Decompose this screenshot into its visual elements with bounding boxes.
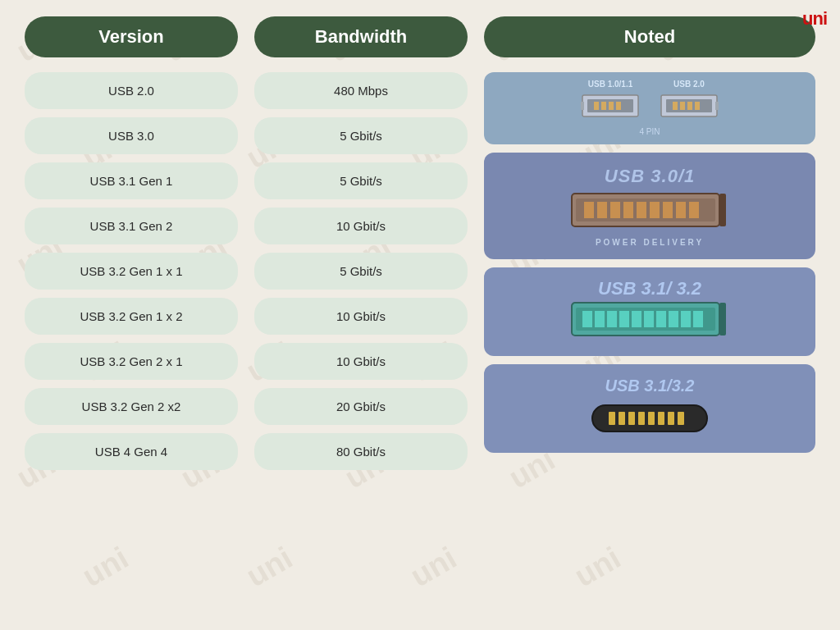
- bandwidth-row-8: 20 Gbit/s: [254, 388, 468, 425]
- svg-rect-3: [594, 102, 599, 110]
- svg-rect-40: [609, 412, 615, 425]
- usb-1-label: USB 1.0/1.1: [588, 80, 632, 89]
- svg-rect-36: [681, 311, 691, 327]
- svg-rect-31: [619, 311, 629, 327]
- svg-rect-37: [693, 311, 703, 327]
- bandwidth-row-1: 480 Mbps: [254, 72, 468, 109]
- noted-image-2: USB 3.0/1: [484, 153, 815, 259]
- svg-rect-13: [695, 102, 700, 110]
- header-bandwidth: Bandwidth: [254, 16, 468, 57]
- svg-rect-22: [663, 202, 673, 218]
- noted-image-3: USB 3.1/ 3.2: [484, 267, 815, 356]
- uni-logo: uni: [802, 8, 827, 30]
- usb-2-label: USB 2.0: [673, 80, 705, 89]
- usb-30-title: USB 3.0/1: [605, 166, 696, 187]
- svg-rect-6: [616, 102, 621, 110]
- usb-31-connector: [568, 299, 732, 345]
- version-row-3: USB 3.1 Gen 1: [25, 162, 238, 199]
- svg-rect-23: [676, 202, 686, 218]
- version-row-5: USB 3.2 Gen 1 x 1: [25, 253, 238, 290]
- version-row-1: USB 2.0: [25, 72, 238, 109]
- svg-rect-33: [644, 311, 654, 327]
- usb-connector-2: [660, 89, 719, 123]
- usb-31-32-title: USB 3.1/ 3.2: [598, 278, 701, 299]
- data-rows: USB 2.0 USB 3.0 USB 3.1 Gen 1 USB 3.1 Ge…: [25, 72, 815, 470]
- usb-typec-title: USB 3.1/3.2: [605, 377, 695, 395]
- pin-label: 4 PIN: [639, 127, 660, 136]
- svg-rect-30: [607, 311, 617, 327]
- version-row-8: USB 3.2 Gen 2 x2: [25, 388, 238, 425]
- power-delivery-label: POWER DELIVERY: [596, 238, 704, 247]
- svg-rect-10: [673, 102, 678, 110]
- version-row-4: USB 3.1 Gen 2: [25, 208, 238, 244]
- svg-rect-17: [597, 202, 607, 218]
- usb-30-connector: [568, 187, 732, 236]
- usb-typec-connector: [568, 395, 732, 441]
- svg-rect-21: [650, 202, 660, 218]
- version-column: USB 2.0 USB 3.0 USB 3.1 Gen 1 USB 3.1 Ge…: [25, 72, 238, 470]
- bandwidth-row-7: 10 Gbit/s: [254, 343, 468, 380]
- svg-rect-44: [648, 412, 655, 425]
- svg-rect-34: [656, 311, 666, 327]
- svg-rect-2: [581, 102, 584, 110]
- bandwidth-column: 480 Mbps 5 Gbit/s 5 Gbit/s 10 Gbit/s 5 G…: [254, 72, 468, 470]
- svg-rect-19: [623, 202, 633, 218]
- noted-image-1: USB 1.0/1.1: [484, 72, 815, 144]
- noted-image-4: USB 3.1/3.2: [484, 364, 815, 453]
- svg-rect-43: [638, 412, 645, 425]
- usb-connector-1: [581, 89, 640, 123]
- bandwidth-row-3: 5 Gbit/s: [254, 162, 468, 199]
- svg-rect-5: [609, 102, 614, 110]
- svg-rect-45: [658, 412, 664, 425]
- svg-rect-4: [601, 102, 606, 110]
- header-row: Version Bandwidth Noted: [25, 16, 815, 57]
- bandwidth-row-6: 10 Gbit/s: [254, 298, 468, 335]
- svg-rect-41: [619, 412, 625, 425]
- svg-rect-18: [610, 202, 620, 218]
- noted-column: USB 1.0/1.1: [484, 72, 815, 470]
- bandwidth-row-2: 5 Gbit/s: [254, 117, 468, 154]
- svg-rect-47: [678, 412, 684, 425]
- svg-rect-46: [668, 412, 674, 425]
- svg-rect-29: [595, 311, 605, 327]
- svg-rect-42: [628, 412, 635, 425]
- version-row-6: USB 3.2 Gen 1 x 2: [25, 298, 238, 335]
- svg-rect-11: [680, 102, 685, 110]
- header-noted: Noted: [484, 16, 815, 57]
- page-container: Version Bandwidth Noted USB 2.0 USB 3.0 …: [0, 0, 840, 486]
- svg-rect-24: [689, 202, 699, 218]
- bandwidth-row-4: 10 Gbit/s: [254, 208, 468, 244]
- version-row-9: USB 4 Gen 4: [25, 433, 238, 470]
- svg-rect-12: [687, 102, 692, 110]
- svg-rect-16: [584, 202, 594, 218]
- bandwidth-row-9: 80 Gbit/s: [254, 433, 468, 470]
- version-row-7: USB 3.2 Gen 2 x 1: [25, 343, 238, 380]
- version-row-2: USB 3.0: [25, 117, 238, 154]
- svg-rect-25: [719, 194, 726, 226]
- bandwidth-row-5: 5 Gbit/s: [254, 253, 468, 290]
- svg-rect-20: [637, 202, 646, 218]
- header-version: Version: [25, 16, 238, 57]
- svg-rect-35: [669, 311, 678, 327]
- svg-rect-38: [719, 303, 726, 336]
- svg-rect-9: [715, 102, 719, 110]
- svg-rect-28: [582, 311, 592, 327]
- svg-rect-32: [632, 311, 641, 327]
